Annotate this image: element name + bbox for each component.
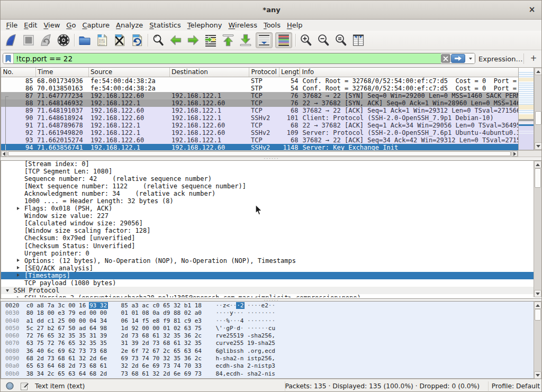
menu-item[interactable]: Tools — [260, 20, 284, 31]
detail-row[interactable]: [Checksum Status: Unverified] — [1, 242, 534, 250]
go-last-button[interactable] — [238, 33, 253, 48]
zoom-original-button[interactable] — [333, 33, 348, 48]
hex-row[interactable]: 0060 72 76 65 32 35 35 31 39 2d 73 68 61… — [1, 332, 534, 340]
reload-file-button[interactable]: 101110111 — [130, 33, 144, 48]
close-icon[interactable]: × — [528, 5, 536, 14]
detail-row[interactable]: Flags: 0x018 (PSH, ACK) — [1, 205, 534, 212]
hex-row[interactable]: 0070 63 75 72 76 65 32 35 35 31 39 2d 73… — [1, 340, 534, 347]
packet-list-hscrollbar[interactable] — [1, 150, 518, 157]
detail-row[interactable]: Checksum: 0x79ed [unverified] — [1, 234, 534, 242]
detail-row[interactable]: Sequence number: 42 (relative sequence n… — [1, 175, 534, 183]
menu-item[interactable]: Analyze — [113, 20, 146, 31]
scroll-left-button[interactable] — [1, 151, 7, 157]
open-file-button[interactable] — [77, 33, 92, 48]
scroll-down-button[interactable] — [535, 142, 542, 150]
scroll-up-button[interactable] — [534, 302, 541, 309]
hex-row[interactable]: 00a0 65 63 64 68 2d 73 68 61 32 2d 6e 69… — [1, 362, 534, 370]
hex-row[interactable]: 0080 36 40 6c 69 62 73 73 68 2e 6f 72 67… — [1, 348, 534, 355]
detail-row[interactable]: [TCP Segment Len: 1080] — [1, 168, 534, 175]
packet-list-vscrollbar[interactable] — [534, 67, 542, 150]
hex-vscrollbar[interactable] — [534, 302, 542, 378]
scroll-thumb[interactable] — [8, 151, 511, 156]
auto-scroll-toggle[interactable] — [256, 32, 273, 48]
detail-row[interactable]: 1000 .... = Header Length: 32 bytes (8) — [1, 197, 534, 205]
packet-row[interactable]: 87 71.647777234 192.168.122.60 192.168.1… — [1, 92, 519, 99]
scroll-thumb[interactable] — [535, 111, 541, 125]
menu-item[interactable]: Wireless — [225, 20, 260, 31]
detail-row[interactable]: Urgent pointer: 0 — [1, 250, 534, 257]
scroll-thumb[interactable] — [535, 309, 541, 321]
detail-row[interactable]: [Window size scaling factor: 128] — [1, 227, 534, 234]
display-filter-input[interactable]: !tcp.port == 22 — [14, 53, 441, 63]
menu-item[interactable]: File — [3, 20, 21, 31]
resize-columns-button[interactable] — [351, 33, 366, 48]
scroll-down-button[interactable] — [534, 371, 541, 379]
menu-item[interactable]: Go — [63, 20, 79, 31]
detail-row[interactable]: [Next sequence number: 1122 (relative se… — [1, 183, 534, 190]
hex-row[interactable]: 0030 80 18 00 e3 79 ed 00 00 01 01 08 0a… — [1, 309, 534, 317]
column-header[interactable]: No. — [1, 68, 36, 77]
scroll-down-button[interactable] — [534, 290, 541, 297]
menu-item[interactable]: Statistics — [146, 20, 184, 31]
detail-vscrollbar[interactable] — [534, 161, 542, 297]
detail-row[interactable]: Options: (12 bytes), No-Operation (NOP),… — [1, 257, 534, 265]
filter-bookmark-button[interactable] — [3, 53, 14, 63]
detail-row[interactable]: Acknowledgment number: 34 (relative ack … — [1, 190, 534, 197]
go-back-button[interactable] — [168, 33, 183, 48]
zoom-out-button[interactable] — [316, 33, 331, 48]
go-first-button[interactable] — [221, 33, 236, 48]
go-forward-button[interactable] — [186, 33, 201, 48]
profile-status-text[interactable]: Profile: Default — [492, 382, 540, 390]
expression-button[interactable]: Expression… — [478, 55, 523, 63]
hex-row[interactable]: 0050 5c 27 b2 67 50 ad 64 98 1d 92 00 00… — [1, 325, 534, 332]
filter-history-dropdown[interactable] — [466, 53, 475, 63]
find-packet-button[interactable] — [151, 33, 166, 48]
detail-row[interactable]: TCP payload (1080 bytes) — [1, 279, 534, 287]
column-header[interactable]: Protocol — [249, 68, 279, 77]
menu-item[interactable]: Telephony — [184, 20, 225, 31]
hex-row[interactable]: 00b0 38 34 2c 65 63 64 68 2d 73 68 61 32… — [1, 370, 534, 378]
detail-row[interactable]: [Calculated window size: 29056] — [1, 220, 534, 227]
expert-info-icon[interactable] — [6, 382, 14, 390]
scroll-up-button[interactable] — [534, 161, 541, 168]
packet-row[interactable]: 88 71.648146932 192.168.122.1 192.168.12… — [1, 99, 519, 107]
expander-icon[interactable] — [17, 259, 20, 262]
menu-item[interactable]: Help — [284, 20, 306, 31]
close-file-button[interactable]: 010101100111 — [112, 33, 127, 48]
zoom-in-button[interactable] — [299, 33, 313, 48]
packet-row[interactable]: 91 71.648789678 192.168.122.1 192.168.12… — [1, 122, 519, 129]
menu-item[interactable]: View — [40, 20, 63, 31]
expander-icon[interactable] — [6, 289, 9, 292]
column-header[interactable]: Destination — [170, 68, 250, 77]
column-header[interactable]: Source — [89, 68, 170, 77]
column-header[interactable]: Length — [279, 68, 301, 77]
hex-row[interactable]: 0040 a1 dd c1 25 00 00 04 34 06 14 f5 e8… — [1, 317, 534, 325]
add-filter-button[interactable]: + — [529, 54, 538, 63]
packet-row[interactable]: 85 68.001734936 fe:54:00:d4:38:2a STP 54… — [1, 77, 519, 85]
filter-apply-button[interactable] — [451, 54, 465, 63]
detail-row[interactable]: [SEQ/ACK analysis] — [1, 265, 534, 272]
expander-icon[interactable] — [17, 274, 20, 277]
packet-row[interactable]: 93 71.662015274 192.168.122.60 192.168.1… — [1, 136, 519, 144]
colorize-toggle[interactable] — [275, 32, 292, 48]
detail-row[interactable]: [Stream index: 0] — [1, 160, 534, 168]
capture-comment-icon[interactable] — [20, 382, 29, 390]
packet-row[interactable]: 90 71.648618924 192.168.122.60 192.168.1… — [1, 114, 519, 122]
stop-capture-button[interactable] — [21, 33, 36, 48]
expander-icon[interactable] — [17, 296, 20, 297]
scroll-thumb[interactable] — [535, 168, 541, 188]
restart-capture-button[interactable] — [39, 33, 53, 48]
capture-options-button[interactable] — [56, 33, 71, 48]
menu-item[interactable]: Capture — [79, 20, 113, 31]
packet-row[interactable]: 86 70.013850163 fe:54:00:d4:38:2a STP 54… — [1, 85, 519, 92]
scroll-right-button[interactable] — [512, 151, 518, 157]
packet-row[interactable]: 92 71.661949820 192.168.122.1 192.168.12… — [1, 129, 519, 136]
hex-row[interactable]: 0090 68 2d 73 68 61 32 2d 6e 69 73 74 70… — [1, 355, 534, 362]
start-capture-button[interactable] — [4, 33, 19, 48]
column-header[interactable]: Info — [300, 68, 535, 77]
save-file-button[interactable]: 010101100111 — [95, 33, 110, 48]
scroll-up-button[interactable] — [535, 68, 542, 75]
expander-icon[interactable] — [17, 207, 20, 210]
packet-row[interactable]: 89 71.648191037 192.168.122.60 192.168.1… — [1, 107, 519, 114]
menu-item[interactable]: Edit — [21, 20, 40, 31]
